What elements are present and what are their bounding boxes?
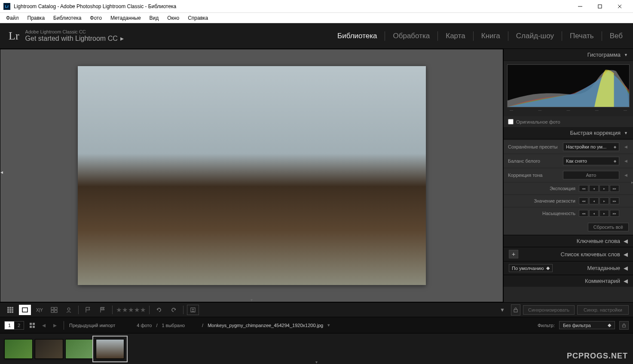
collapse-toggle[interactable]: ◀ bbox=[623, 173, 629, 177]
sharpness-decrease[interactable]: ◂ bbox=[589, 197, 599, 204]
face-detection-button[interactable] bbox=[187, 305, 199, 315]
exposure-increase-big[interactable]: ▸▸ bbox=[610, 185, 619, 192]
minimize-button[interactable] bbox=[570, 0, 590, 13]
chevron-left-icon: ◀ bbox=[624, 251, 628, 258]
star-4[interactable]: ★ bbox=[134, 306, 140, 314]
sync-settings-button[interactable]: Синхр. настройки bbox=[577, 305, 629, 315]
auto-button[interactable]: Авто bbox=[563, 171, 619, 179]
menu-library[interactable]: Библиотека bbox=[49, 13, 86, 23]
nav-back-button[interactable]: ◂ bbox=[40, 321, 47, 329]
collapse-toggle[interactable]: ◀ bbox=[623, 145, 629, 149]
separator bbox=[385, 31, 385, 41]
toolbar-dropdown[interactable]: ▼ bbox=[496, 305, 508, 315]
thumbnail-4[interactable] bbox=[96, 339, 124, 359]
star-2[interactable]: ★ bbox=[122, 306, 128, 314]
menu-window[interactable]: Окно bbox=[163, 13, 183, 23]
filename-dropdown[interactable]: ▾ bbox=[327, 322, 330, 328]
close-button[interactable] bbox=[610, 0, 630, 13]
survey-view-button[interactable] bbox=[48, 305, 60, 315]
menu-metadata[interactable]: Метаданные bbox=[106, 13, 145, 23]
white-balance-select[interactable]: Как снято◆ bbox=[563, 157, 619, 165]
menubar: Файл Правка Библиотека Фото Метаданные В… bbox=[0, 13, 633, 23]
module-library[interactable]: Библиотека bbox=[336, 32, 379, 40]
right-panel-toggle[interactable]: ▸ bbox=[631, 180, 633, 185]
grid-view-button[interactable] bbox=[4, 305, 16, 315]
logo-subtitle-bottom[interactable]: Get started with Lightroom CC▸ bbox=[25, 34, 124, 42]
menu-help[interactable]: Справка bbox=[183, 13, 212, 23]
primary-display-button[interactable]: 1 bbox=[5, 322, 14, 329]
module-book[interactable]: Книга bbox=[480, 32, 502, 40]
saturation-decrease[interactable]: ◂ bbox=[589, 210, 599, 217]
bottom-panel-toggle[interactable]: ▾ bbox=[251, 297, 253, 302]
module-print[interactable]: Печать bbox=[568, 32, 596, 40]
comment-header[interactable]: Комментарий◀ bbox=[504, 275, 633, 287]
loupe-view-button[interactable] bbox=[19, 305, 31, 315]
sharpness-increase[interactable]: ▸ bbox=[599, 197, 609, 204]
grid-icon[interactable] bbox=[28, 320, 36, 331]
photo-canvas[interactable]: ◂ ▾ bbox=[0, 49, 503, 302]
filter-lock-button[interactable] bbox=[619, 321, 629, 330]
svg-rect-12 bbox=[12, 311, 13, 313]
left-panel-toggle[interactable]: ◂ bbox=[0, 169, 4, 182]
separator bbox=[183, 306, 183, 314]
exposure-decrease[interactable]: ◂ bbox=[589, 185, 599, 192]
module-map[interactable]: Карта bbox=[444, 32, 467, 40]
svg-rect-10 bbox=[7, 311, 9, 313]
secondary-display-button[interactable]: 2 bbox=[14, 322, 24, 329]
flag-pick-button[interactable] bbox=[82, 305, 94, 315]
menu-edit[interactable]: Правка bbox=[23, 13, 49, 23]
saved-presets-select[interactable]: Настройки по ум...◆ bbox=[563, 143, 619, 151]
rotate-right-button[interactable] bbox=[168, 305, 180, 315]
saturation-decrease-big[interactable]: ◂◂ bbox=[579, 210, 588, 217]
histogram-header[interactable]: Гистограмма▼ bbox=[504, 49, 633, 61]
keywords-header[interactable]: Ключевые слова◀ bbox=[504, 235, 633, 247]
sharpness-increase-big[interactable]: ▸▸ bbox=[610, 197, 619, 204]
flag-reject-button[interactable] bbox=[97, 305, 109, 315]
filmstrip[interactable]: PCPROGS.NET ▾ bbox=[0, 333, 633, 364]
metadata-mode-select[interactable]: По умолчанию◆ bbox=[509, 264, 553, 272]
rotate-left-button[interactable] bbox=[153, 305, 165, 315]
maximize-button[interactable] bbox=[590, 0, 610, 13]
menu-file[interactable]: Файл bbox=[2, 13, 23, 23]
saturation-label: Насыщенность bbox=[508, 211, 575, 216]
histogram-display[interactable] bbox=[507, 64, 630, 107]
exposure-increase[interactable]: ▸ bbox=[599, 185, 609, 192]
thumbnail-1[interactable] bbox=[4, 339, 33, 359]
saturation-increase[interactable]: ▸ bbox=[599, 210, 609, 217]
star-1[interactable]: ★ bbox=[116, 306, 122, 314]
people-view-button[interactable] bbox=[63, 305, 75, 315]
lock-button[interactable] bbox=[511, 304, 520, 315]
menu-view[interactable]: Вид bbox=[145, 13, 163, 23]
filter-select[interactable]: Без фильтра◆ bbox=[559, 321, 615, 329]
menu-photo[interactable]: Фото bbox=[86, 13, 106, 23]
exposure-decrease-big[interactable]: ◂◂ bbox=[579, 185, 588, 192]
add-keyword-button[interactable]: + bbox=[509, 250, 518, 258]
compare-view-button[interactable]: X|Y bbox=[34, 305, 46, 315]
keyword-list-header[interactable]: + Список ключевых слов◀ bbox=[504, 247, 633, 261]
module-web[interactable]: Веб bbox=[608, 32, 624, 40]
metadata-header[interactable]: По умолчанию◆ Метаданные◀ bbox=[504, 261, 633, 275]
thumbnail-2[interactable] bbox=[35, 339, 63, 359]
photo-count-label: 4 фото bbox=[137, 323, 152, 328]
svg-rect-25 bbox=[30, 326, 32, 328]
svg-rect-18 bbox=[55, 310, 57, 312]
original-photo-checkbox[interactable] bbox=[508, 119, 514, 124]
module-slideshow[interactable]: Слайд-шоу bbox=[514, 32, 556, 40]
sync-button[interactable]: Синхронизировать bbox=[523, 305, 575, 315]
star-3[interactable]: ★ bbox=[128, 306, 134, 314]
reset-all-button[interactable]: Сбросить всё bbox=[588, 223, 629, 231]
rating-stars[interactable]: ★★★★★ bbox=[116, 306, 146, 314]
filmstrip-toggle[interactable]: ▾ bbox=[315, 360, 318, 364]
thumbnail-3[interactable] bbox=[65, 339, 94, 359]
source-label[interactable]: Предыдущий импорт bbox=[69, 323, 115, 328]
sharpness-decrease-big[interactable]: ◂◂ bbox=[579, 197, 588, 204]
filter-bar: 1 2 ◂ ▸ Предыдущий импорт 4 фото / 1 выб… bbox=[0, 317, 633, 333]
separator bbox=[78, 306, 79, 314]
nav-forward-button[interactable]: ▸ bbox=[52, 321, 58, 329]
right-panel: Гистограмма▼ ————— Оригинальное фото Быс… bbox=[503, 49, 633, 302]
collapse-toggle[interactable]: ◀ bbox=[623, 159, 629, 163]
saturation-increase-big[interactable]: ▸▸ bbox=[610, 210, 619, 217]
star-5[interactable]: ★ bbox=[140, 306, 146, 314]
quick-correction-header[interactable]: Быстрая коррекция▼ bbox=[504, 127, 633, 139]
module-develop[interactable]: Обработка bbox=[391, 32, 431, 40]
